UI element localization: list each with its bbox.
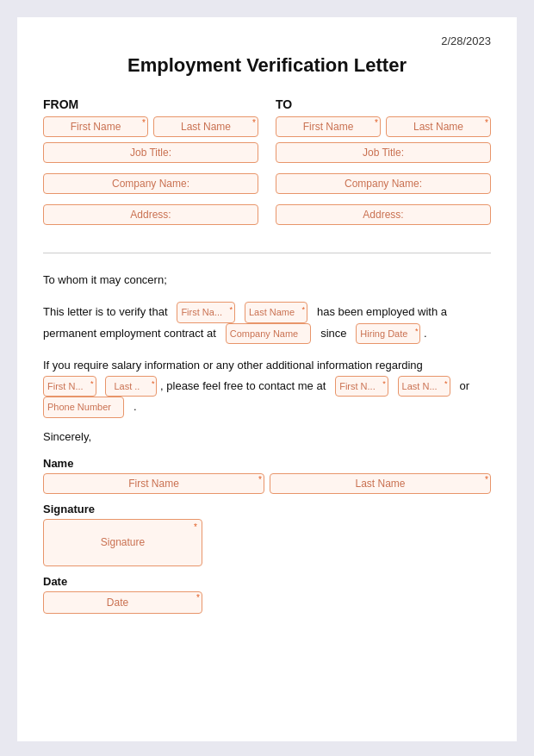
name-section: Name First Name * Last Name * [43,457,491,494]
para1-end: . [424,327,427,340]
subject-firstname-star: * [90,378,94,390]
contact-lastname-wrap: Last N... * [398,376,450,397]
from-to-section: FROM First Name * Last Name * Job Title:… [43,97,491,235]
hiring-date-input[interactable]: Hiring Date [356,323,420,345]
sincerely-text: Sincerely, [43,430,491,443]
document-page: 2/28/2023 Employment Verification Letter… [17,17,517,741]
para2-mid: , please feel free to contact me at [160,378,326,391]
date-input[interactable]: Date [43,591,202,614]
to-lastname-star: * [485,118,488,128]
date-star: * [196,593,200,603]
employee-lastname-input[interactable]: Last Name [245,302,307,323]
from-jobtitle-wrap: Job Title: [43,142,258,168]
to-jobtitle-input[interactable]: Job Title: [276,142,491,163]
date-section: Date Date * [43,575,491,614]
to-firstname-star: * [375,118,378,128]
from-lastname-input[interactable]: Last Name [153,116,258,137]
employee-firstname-input[interactable]: First Na... [177,302,235,323]
to-lastname-wrap: Last Name * [386,116,491,137]
signer-lastname-star: * [485,475,488,484]
to-jobtitle-wrap: Job Title: [276,142,491,168]
contact-lastname-input[interactable]: Last N... [398,376,450,397]
employee-firstname-wrap: First Na... * [177,302,235,323]
signer-firstname-input[interactable]: First Name [43,473,264,494]
to-address-input[interactable]: Address: [276,204,491,225]
from-label: FROM [43,97,258,111]
from-firstname-input[interactable]: First Name [43,116,148,137]
contact-lastname-star: * [444,378,448,390]
contact-firstname-input[interactable]: First N... [335,376,388,397]
date-label: Date [43,575,491,588]
employee-lastname-star: * [302,303,306,316]
signer-lastname-input[interactable]: Last Name [270,473,491,494]
subject-lastname-wrap: Last .. * [105,376,157,397]
signer-firstname-wrap: First Name * [43,473,264,494]
para2-or: or [459,378,469,391]
contact-firstname-star: * [382,378,386,390]
to-name-row: First Name * Last Name * [276,116,491,137]
signature-input[interactable]: Signature * [43,519,202,566]
from-address-input[interactable]: Address: [43,204,258,225]
para2-pre: If you require salary information or any… [43,359,423,372]
from-section: FROM First Name * Last Name * Job Title:… [43,97,258,235]
date-field-wrap: Date * [43,591,202,614]
body-company-input[interactable]: Company Name [226,323,311,345]
to-firstname-input[interactable]: First Name [276,116,381,137]
subject-lastname-star: * [152,378,155,390]
paragraph1: This letter is to verify that First Na..… [43,302,491,344]
signature-label: Signature [43,503,491,515]
to-address-wrap: Address: [276,204,491,230]
from-company-input[interactable]: Company Name: [43,173,258,194]
document-date: 2/28/2023 [43,34,491,47]
employee-firstname-star: * [230,303,233,316]
subject-firstname-input[interactable]: First N... [43,376,96,397]
from-company-wrap: Company Name: [43,173,258,199]
signer-name-row: First Name * Last Name * [43,473,491,494]
body-company-wrap: Company Name [226,323,311,345]
from-firstname-wrap: First Name * [43,116,148,137]
from-firstname-star: * [142,118,146,128]
subject-lastname-input[interactable]: Last .. [105,376,157,397]
contact-firstname-wrap: First N... * [335,376,388,397]
signature-section: Signature Signature * [43,503,491,566]
employee-lastname-wrap: Last Name * [245,302,307,323]
from-jobtitle-input[interactable]: Job Title: [43,142,258,163]
section-divider [43,253,491,253]
para1-pre: This letter is to verify that [43,305,168,318]
to-company-input[interactable]: Company Name: [276,173,491,194]
para1-mid2: since [320,327,346,340]
from-lastname-wrap: Last Name * [153,116,258,137]
to-company-wrap: Company Name: [276,173,491,199]
hiring-date-star: * [415,325,419,338]
signer-lastname-wrap: Last Name * [270,473,491,494]
phone-number-wrap: Phone Number [43,397,124,418]
paragraph2: If you require salary information or any… [43,356,491,417]
from-name-row: First Name * Last Name * [43,116,258,137]
greeting-text: To whom it may concern; [43,271,491,290]
hiring-date-wrap: Hiring Date * [356,323,420,345]
to-section: TO First Name * Last Name * Job Title: C… [276,97,491,235]
from-lastname-star: * [252,118,256,128]
subject-firstname-wrap: First N... * [43,376,96,397]
to-lastname-input[interactable]: Last Name [386,116,491,137]
para2-end: . [134,400,137,413]
to-firstname-wrap: First Name * [276,116,381,137]
signer-firstname-star: * [258,475,262,484]
signature-placeholder: Signature [101,536,145,548]
from-address-wrap: Address: [43,204,258,230]
phone-number-input[interactable]: Phone Number [43,397,124,418]
name-section-label: Name [43,457,491,470]
signature-star: * [194,522,197,532]
to-label: TO [276,97,491,111]
document-title: Employment Verification Letter [43,54,491,77]
